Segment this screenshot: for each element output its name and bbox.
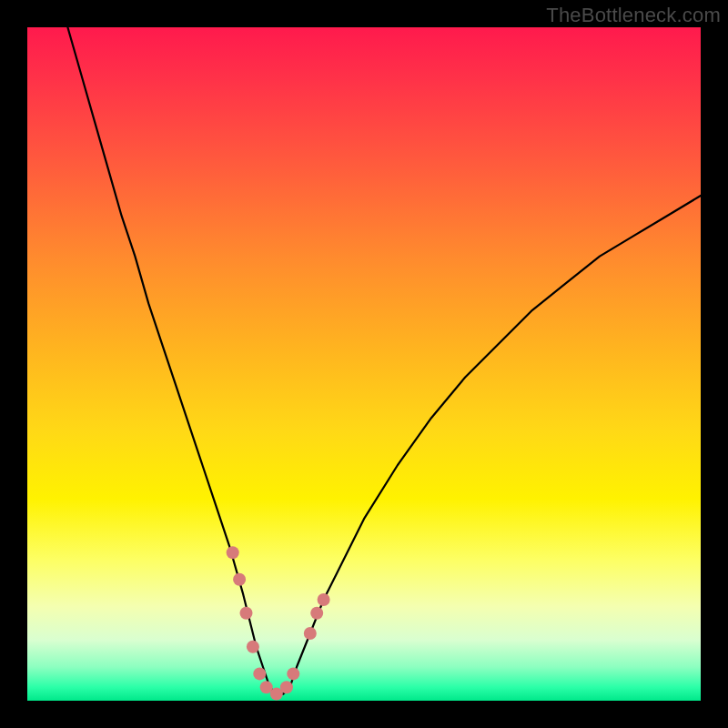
- attribution-label: TheBottleneck.com: [546, 4, 721, 27]
- marker-dot: [318, 593, 330, 606]
- marker-dot: [240, 607, 253, 620]
- marker-dot: [233, 573, 246, 586]
- marker-dot: [310, 607, 323, 620]
- marker-dot: [227, 546, 239, 559]
- plot-area: [27, 27, 701, 701]
- chart-svg: [27, 27, 701, 701]
- bottleneck-curve: [67, 27, 701, 694]
- marker-dot: [304, 627, 317, 640]
- marker-dot: [280, 681, 293, 693]
- marker-dot: [287, 667, 299, 680]
- marker-dot: [247, 641, 259, 653]
- marker-dot: [253, 667, 266, 680]
- chart-frame: TheBottleneck.com: [0, 0, 728, 728]
